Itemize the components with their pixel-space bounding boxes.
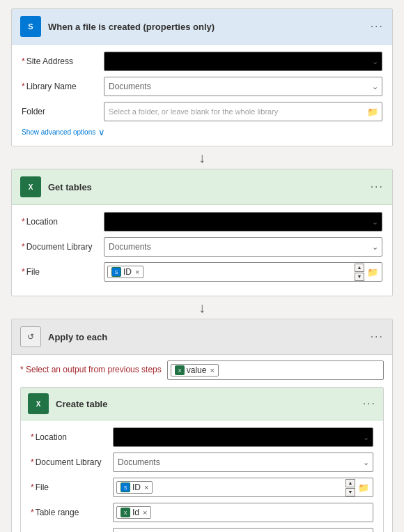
ct-file-row: *File S ID × (31, 478, 373, 497)
apply-each-title: Apply to each (48, 332, 364, 342)
gt-doclibrary-row: *Document Library Documents ⌄ (22, 237, 382, 257)
loop-icon-box: ↺ (20, 326, 41, 347)
trigger-more-button[interactable]: ··· (371, 20, 384, 33)
gt-file-tag-icon: S (111, 267, 121, 277)
get-tables-header: X Get tables ··· (12, 169, 392, 205)
ct-tablerange-control: X Id × (113, 503, 373, 522)
ct-file-spinner: ▲ ▼ (345, 478, 355, 497)
select-output-input[interactable]: X value × (167, 360, 384, 380)
ct-location-input[interactable] (113, 427, 373, 447)
advanced-options-link[interactable]: Show advanced options ∨ (22, 127, 382, 137)
gt-location-control: ⌄ (104, 212, 382, 231)
excel-icon-box-1: X (20, 176, 41, 197)
ct-location-label: *Location (31, 432, 107, 442)
gt-file-row: *File S ID × ▲ ▼ (22, 262, 382, 282)
site-address-row: *Site Address ⌄ (22, 52, 382, 71)
ct-tablerange-tag-icon: X (121, 508, 130, 517)
svg-text:X: X (178, 368, 181, 373)
sharepoint-icon-box: S (20, 16, 41, 37)
gt-doclibrary-label: *Document Library (22, 242, 98, 252)
excel-icon-1: X (24, 181, 37, 193)
sharepoint-icon: S (24, 20, 37, 33)
folder-row: Folder Select a folder, or leave blank f… (22, 102, 382, 121)
ct-file-label: *File (31, 482, 107, 492)
ct-location-control: ⌄ (113, 427, 373, 447)
create-table-body: *Location ⌄ *Document Library (21, 420, 383, 532)
gt-file-tag-close[interactable]: × (135, 268, 139, 276)
folder-control: Select a folder, or leave blank for the … (104, 102, 382, 121)
svg-text:X: X (36, 400, 41, 408)
library-name-row: *Library Name Documents ⌄ (22, 77, 382, 96)
create-table-more-button[interactable]: ··· (363, 397, 376, 410)
select-output-label: * Select an output from previous steps (20, 365, 162, 376)
trigger-card: S When a file is created (properties onl… (11, 8, 393, 146)
ct-tablename-control (113, 528, 373, 532)
ct-tablerange-tag: X Id × (116, 506, 151, 519)
library-name-input[interactable]: Documents (104, 77, 382, 96)
excel-icon-box-2: X (28, 393, 49, 414)
gt-file-spinner-up[interactable]: ▲ (355, 264, 364, 272)
ct-tablerange-tag-close[interactable]: × (143, 508, 147, 517)
arrow-2: ↓ (199, 296, 205, 319)
create-table-card: X Create table ··· *Location ⌄ (20, 387, 384, 532)
value-tag-close[interactable]: × (210, 366, 214, 374)
gt-file-label: *File (22, 267, 98, 277)
trigger-header: S When a file is created (properties onl… (12, 9, 392, 45)
get-tables-more-button[interactable]: ··· (371, 181, 384, 193)
excel-icon-2: X (32, 397, 45, 410)
ct-file-input[interactable]: S ID × (113, 478, 373, 497)
flow-container: S When a file is created (properties onl… (0, 0, 404, 532)
gt-file-spinner-down[interactable]: ▼ (355, 273, 364, 281)
svg-text:S: S (28, 22, 33, 31)
create-table-header: X Create table ··· (21, 388, 383, 420)
value-tag-icon: X (175, 365, 185, 375)
library-name-label: *Library Name (22, 82, 98, 91)
gt-location-label: *Location (22, 217, 98, 227)
site-address-control: ⌄ (104, 52, 382, 71)
gt-location-row: *Location ⌄ (22, 212, 382, 231)
site-address-label: *Site Address (22, 56, 98, 66)
value-tag: X value × (171, 364, 219, 377)
gt-doclibrary-input[interactable]: Documents (104, 237, 382, 257)
get-tables-title: Get tables (48, 182, 364, 192)
ct-tablerange-label: *Table range (31, 508, 107, 517)
gt-doclibrary-control: Documents ⌄ (104, 237, 382, 257)
ct-tablerange-input[interactable]: X Id × (113, 503, 373, 522)
ct-doclibrary-row: *Document Library Documents ⌄ (31, 453, 373, 472)
svg-text:X: X (124, 510, 127, 515)
arrow-1: ↓ (199, 146, 205, 169)
svg-text:S: S (115, 270, 118, 275)
ct-file-folder-icon[interactable]: 📁 (358, 482, 369, 493)
gt-file-folder-icon[interactable]: 📁 (367, 267, 378, 278)
ct-file-tag-icon: S (121, 482, 130, 492)
gt-file-tag: S ID × (107, 266, 143, 278)
ct-doclibrary-label: *Document Library (31, 457, 107, 467)
gt-file-spinner: ▲ ▼ (355, 262, 364, 282)
apply-each-card: ↺ Apply to each ··· * Select an output f… (11, 319, 393, 532)
ct-tablename-input[interactable] (113, 528, 373, 532)
ct-file-control: S ID × ▲ ▼ 📁 (113, 478, 373, 497)
ct-file-spinner-up[interactable]: ▲ (345, 479, 355, 487)
ct-file-spinner-down[interactable]: ▼ (345, 488, 355, 496)
apply-each-more-button[interactable]: ··· (371, 330, 384, 343)
site-address-input[interactable] (104, 52, 382, 71)
gt-location-input[interactable] (104, 212, 382, 231)
ct-file-tag-close[interactable]: × (144, 483, 148, 492)
library-name-control: Documents ⌄ (104, 77, 382, 96)
folder-input[interactable]: Select a folder, or leave blank for the … (104, 102, 382, 121)
svg-text:↺: ↺ (27, 332, 34, 342)
ct-tablename-row: Table name (31, 528, 373, 532)
get-tables-body: *Location ⌄ *Document Library Documents … (12, 205, 392, 296)
svg-text:S: S (124, 485, 127, 490)
apply-each-header: ↺ Apply to each ··· (12, 319, 392, 355)
svg-text:X: X (29, 183, 33, 191)
trigger-title: When a file is created (properties only) (48, 22, 364, 32)
ct-doclibrary-input[interactable]: Documents (113, 453, 373, 472)
apply-each-body: * Select an output from previous steps X… (12, 355, 392, 532)
folder-browse-icon[interactable]: 📁 (367, 107, 378, 117)
get-tables-card: X Get tables ··· *Location ⌄ *Document L… (11, 169, 393, 296)
ct-file-tag: S ID × (116, 481, 153, 494)
select-output-row: * Select an output from previous steps X… (20, 360, 384, 380)
gt-file-input[interactable]: S ID × (104, 262, 382, 282)
ct-location-row: *Location ⌄ (31, 427, 373, 447)
